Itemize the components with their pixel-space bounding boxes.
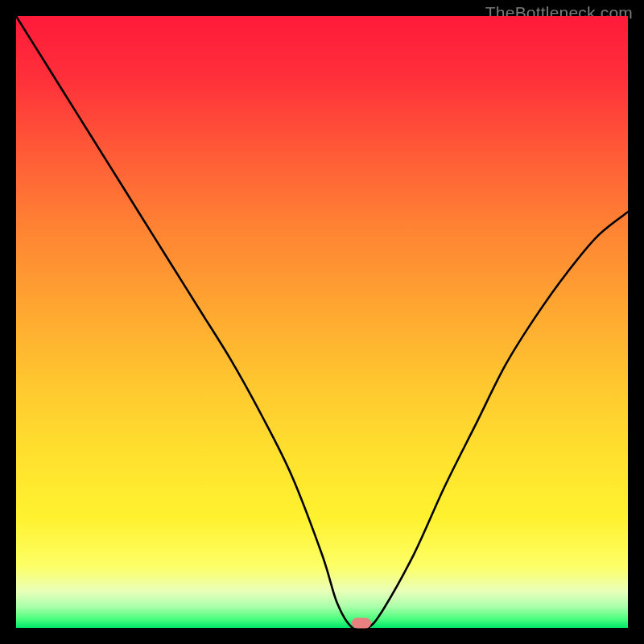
optimal-marker xyxy=(352,617,371,628)
bottleneck-curve xyxy=(16,16,628,628)
chart-frame: TheBottleneck.com xyxy=(0,0,644,644)
gradient-plot-area xyxy=(16,16,628,628)
